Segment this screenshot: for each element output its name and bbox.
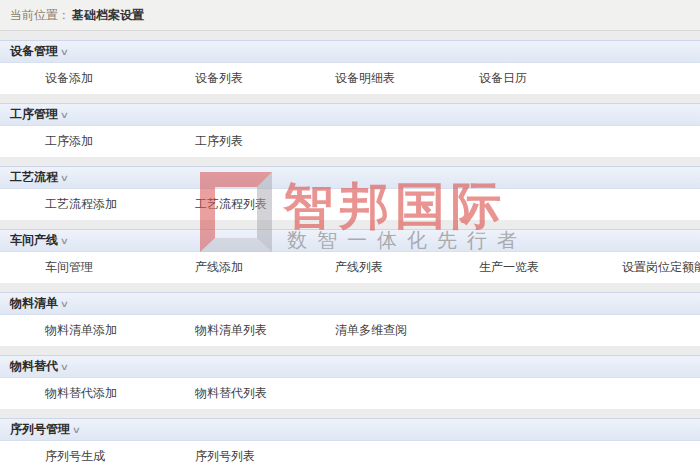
menu-item[interactable]: 物料替代添加 [45,385,195,402]
section-title: 车间产线 [10,232,58,249]
section-header[interactable]: 物料清单 ∨ [0,292,700,315]
menu-item[interactable]: 设备日历 [479,70,622,87]
section-items-row: 工序添加工序列表 [0,126,700,157]
menu-item[interactable]: 工艺流程列表 [195,196,335,213]
module-section: 设备管理 ∨ 设备添加设备列表设备明细表设备日历 [0,40,700,94]
section-items-row: 物料清单添加物料清单列表清单多维查阅 [0,315,700,346]
chevron-down-icon: ∨ [72,425,81,435]
section-title: 序列号管理 [10,421,70,438]
section-header[interactable]: 工序管理 ∨ [0,103,700,126]
section-title: 工序管理 [10,106,58,123]
module-section: 工艺流程 ∨ 工艺流程添加工艺流程列表 [0,166,700,220]
section-header[interactable]: 设备管理 ∨ [0,40,700,63]
menu-item[interactable]: 设备明细表 [335,70,479,87]
menu-item[interactable]: 工艺流程添加 [45,196,195,213]
menu-item[interactable]: 设置岗位定额能力 [622,259,700,276]
section-title: 物料清单 [10,295,58,312]
menu-item[interactable]: 序列号列表 [195,448,335,465]
menu-item[interactable]: 设备列表 [195,70,335,87]
chevron-down-icon: ∨ [60,362,69,372]
breadcrumb-current-page: 基础档案设置 [72,7,144,24]
menu-item[interactable]: 物料清单列表 [195,322,335,339]
section-header[interactable]: 车间产线 ∨ [0,229,700,252]
menu-item[interactable]: 清单多维查阅 [335,322,479,339]
module-section: 序列号管理 ∨ 序列号生成序列号列表 [0,418,700,470]
module-section-list: 设备管理 ∨ 设备添加设备列表设备明细表设备日历 工序管理 ∨ 工序添加工序列表… [0,40,700,470]
section-items-row: 设备添加设备列表设备明细表设备日历 [0,63,700,94]
breadcrumb: 当前位置： 基础档案设置 [0,0,700,31]
module-section: 物料替代 ∨ 物料替代添加物料替代列表 [0,355,700,409]
chevron-down-icon: ∨ [60,47,69,57]
section-title: 物料替代 [10,358,58,375]
section-header[interactable]: 工艺流程 ∨ [0,166,700,189]
section-items-row: 物料替代添加物料替代列表 [0,378,700,409]
breadcrumb-prefix-label: 当前位置： [10,7,70,24]
menu-item[interactable]: 产线列表 [335,259,479,276]
section-header[interactable]: 物料替代 ∨ [0,355,700,378]
chevron-down-icon: ∨ [60,110,69,120]
chevron-down-icon: ∨ [60,299,69,309]
section-items-row: 车间管理产线添加产线列表生产一览表设置岗位定额能力 [0,252,700,283]
menu-item[interactable]: 工序添加 [45,133,195,150]
chevron-down-icon: ∨ [60,236,69,246]
menu-item[interactable]: 物料清单添加 [45,322,195,339]
section-title: 设备管理 [10,43,58,60]
module-section: 物料清单 ∨ 物料清单添加物料清单列表清单多维查阅 [0,292,700,346]
menu-item[interactable]: 生产一览表 [479,259,622,276]
menu-item[interactable]: 序列号生成 [45,448,195,465]
module-section: 车间产线 ∨ 车间管理产线添加产线列表生产一览表设置岗位定额能力 [0,229,700,283]
menu-item[interactable]: 产线添加 [195,259,335,276]
menu-item[interactable]: 车间管理 [45,259,195,276]
section-title: 工艺流程 [10,169,58,186]
chevron-down-icon: ∨ [60,173,69,183]
section-items-row: 序列号生成序列号列表 [0,441,700,470]
section-items-row: 工艺流程添加工艺流程列表 [0,189,700,220]
menu-item[interactable]: 物料替代列表 [195,385,335,402]
menu-item[interactable]: 设备添加 [45,70,195,87]
section-header[interactable]: 序列号管理 ∨ [0,418,700,441]
module-section: 工序管理 ∨ 工序添加工序列表 [0,103,700,157]
menu-item[interactable]: 工序列表 [195,133,335,150]
